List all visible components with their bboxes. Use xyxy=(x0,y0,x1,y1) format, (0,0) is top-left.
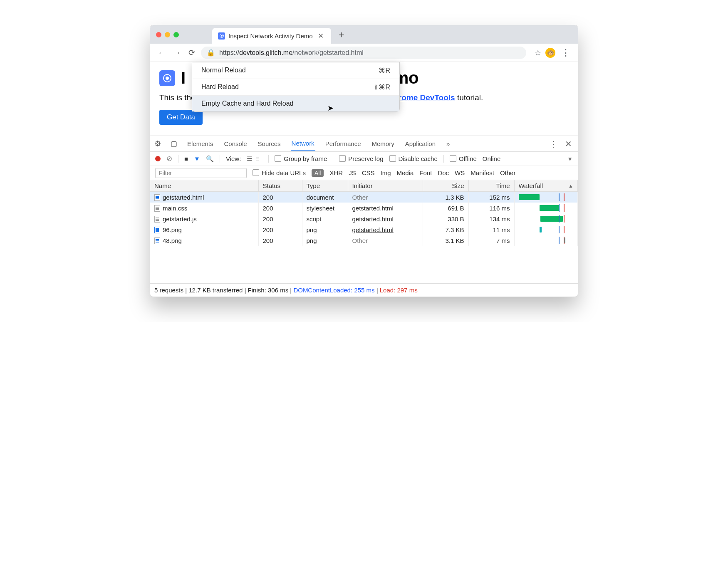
network-footer: 5 requests | 12.7 KB transferred | Finis… xyxy=(150,283,578,297)
dcl-line xyxy=(559,193,560,201)
inspect-icon[interactable]: ⯐ xyxy=(154,140,161,148)
clear-button[interactable]: ⊘ xyxy=(166,154,172,163)
ctx-hard-reload[interactable]: Hard Reload ⇧⌘R xyxy=(192,79,399,96)
filter-font[interactable]: Font xyxy=(419,169,432,177)
device-toolbar-icon[interactable]: ▢ xyxy=(171,139,177,148)
cell-name: 96.png xyxy=(150,224,258,235)
cell-name: 48.png xyxy=(150,235,258,246)
cell-waterfall xyxy=(514,213,578,224)
tab-memory[interactable]: Memory xyxy=(371,137,395,150)
filter-doc[interactable]: Doc xyxy=(438,169,449,177)
filter-manifest[interactable]: Manifest xyxy=(470,169,494,177)
filter-css[interactable]: CSS xyxy=(362,169,375,177)
ctx-empty-cache-hard-reload[interactable]: Empty Cache and Hard Reload xyxy=(192,96,399,111)
filter-icon[interactable]: ▼ xyxy=(194,155,200,162)
cell-waterfall xyxy=(514,192,578,203)
url-path: /network/getstarted.html xyxy=(292,49,364,56)
table-row[interactable]: 48.png 200 png Other 3.1 KB 7 ms xyxy=(150,235,578,246)
col-waterfall[interactable]: Waterfall ▲ xyxy=(514,180,578,192)
cursor-icon: ➤ xyxy=(327,104,334,113)
footer-transferred: 12.7 KB transferred xyxy=(188,287,243,294)
tab-elements[interactable]: Elements xyxy=(186,137,214,150)
cell-time: 11 ms xyxy=(468,224,514,235)
load-line xyxy=(564,193,565,201)
ctx-item-label: Normal Reload xyxy=(201,67,246,74)
large-rows-icon[interactable]: ☰ xyxy=(247,155,252,163)
waterfall-view-icon[interactable]: ≡₋ xyxy=(255,155,262,163)
close-window-button[interactable] xyxy=(156,32,161,37)
filter-all[interactable]: All xyxy=(312,169,324,177)
screenshot-icon[interactable]: ■ xyxy=(184,155,188,162)
maximize-window-button[interactable] xyxy=(173,32,179,37)
window-controls xyxy=(156,32,179,37)
browser-tab[interactable]: Inspect Network Activity Demo ✕ xyxy=(212,28,331,44)
filter-img[interactable]: Img xyxy=(380,169,391,177)
profile-avatar[interactable]: 🐵 xyxy=(545,48,555,58)
svg-point-1 xyxy=(221,35,223,37)
search-icon[interactable]: 🔍 xyxy=(206,155,214,163)
col-size[interactable]: Size xyxy=(423,180,468,192)
close-tab-button[interactable]: ✕ xyxy=(316,32,325,40)
tab-console[interactable]: Console xyxy=(223,137,248,150)
table-row[interactable]: 96.png 200 png getstarted.html 7.3 KB 11… xyxy=(150,224,578,235)
ctx-item-label: Empty Cache and Hard Reload xyxy=(201,100,293,107)
col-name[interactable]: Name xyxy=(150,180,258,192)
tab-network[interactable]: Network xyxy=(291,137,315,151)
table-row[interactable]: getstarted.html 200 document Other 1.3 K… xyxy=(150,192,578,203)
group-by-frame-checkbox[interactable]: Group by frame xyxy=(275,155,327,162)
throttling-dropdown-icon[interactable]: ▼ xyxy=(567,156,573,162)
cell-type: stylesheet xyxy=(302,203,348,213)
hide-data-urls-checkbox[interactable]: Hide data URLs xyxy=(253,169,306,176)
initiator-link[interactable]: getstarted.html xyxy=(352,205,394,212)
back-button[interactable]: ← xyxy=(156,48,167,57)
filter-media[interactable]: Media xyxy=(397,169,414,177)
reload-button[interactable]: ⟳ xyxy=(187,48,197,57)
col-waterfall-label: Waterfall xyxy=(519,182,543,189)
cell-status: 200 xyxy=(258,224,302,235)
cell-time: 7 ms xyxy=(468,235,514,246)
menu-icon[interactable]: ⋮ xyxy=(560,47,572,58)
filter-other[interactable]: Other xyxy=(500,169,516,177)
filter-xhr[interactable]: XHR xyxy=(329,169,343,177)
filter-ws[interactable]: WS xyxy=(455,169,465,177)
new-tab-button[interactable]: ＋ xyxy=(331,28,352,41)
file-icon xyxy=(154,216,160,223)
cell-initiator: Other xyxy=(348,192,423,203)
filter-js[interactable]: JS xyxy=(349,169,356,177)
initiator-link[interactable]: getstarted.html xyxy=(352,215,394,223)
record-button[interactable] xyxy=(155,156,161,161)
table-row[interactable]: getstarted.js 200 script getstarted.html… xyxy=(150,213,578,224)
bookmark-icon[interactable]: ☆ xyxy=(535,48,541,57)
col-time[interactable]: Time xyxy=(468,180,514,192)
filter-input[interactable] xyxy=(155,168,247,178)
col-status[interactable]: Status xyxy=(258,180,302,192)
online-select[interactable]: Online xyxy=(483,155,500,162)
tab-sources[interactable]: Sources xyxy=(257,137,282,150)
col-initiator[interactable]: Initiator xyxy=(348,180,423,192)
preserve-log-checkbox[interactable]: Preserve log xyxy=(339,155,383,162)
tab-performance[interactable]: Performance xyxy=(324,137,362,150)
devtools-settings-icon[interactable]: ⋮ xyxy=(549,139,557,149)
minimize-window-button[interactable] xyxy=(165,32,170,37)
disable-cache-checkbox[interactable]: Disable cache xyxy=(389,155,438,162)
forward-button[interactable]: → xyxy=(171,48,183,57)
filter-type-list: All XHR JS CSS Img Media Font Doc WS Man… xyxy=(312,169,516,177)
page-logo-icon xyxy=(159,70,175,86)
cell-name: getstarted.html xyxy=(150,192,258,203)
devtools-tabs: ⯐ ▢ Elements Console Sources Network Per… xyxy=(150,136,578,152)
initiator-text: Other xyxy=(352,194,368,201)
cell-name: main.css xyxy=(150,203,258,213)
col-type[interactable]: Type xyxy=(302,180,348,192)
table-row[interactable]: main.css 200 stylesheet getstarted.html … xyxy=(150,203,578,213)
devtools-close-icon[interactable]: ✕ xyxy=(565,139,572,149)
tab-application[interactable]: Application xyxy=(404,137,436,150)
ctx-normal-reload[interactable]: Normal Reload ⌘R xyxy=(192,62,399,79)
address-bar[interactable]: 🔒 https://devtools.glitch.me/network/get… xyxy=(201,47,526,59)
initiator-link[interactable]: getstarted.html xyxy=(352,226,394,233)
tab-more[interactable]: » xyxy=(446,137,451,150)
sort-icon: ▲ xyxy=(568,183,573,189)
dcl-line xyxy=(559,204,560,212)
view-mode-icons: ☰ ≡₋ xyxy=(247,155,262,163)
offline-checkbox[interactable]: Offline xyxy=(450,155,477,162)
get-data-button[interactable]: Get Data xyxy=(159,110,203,125)
